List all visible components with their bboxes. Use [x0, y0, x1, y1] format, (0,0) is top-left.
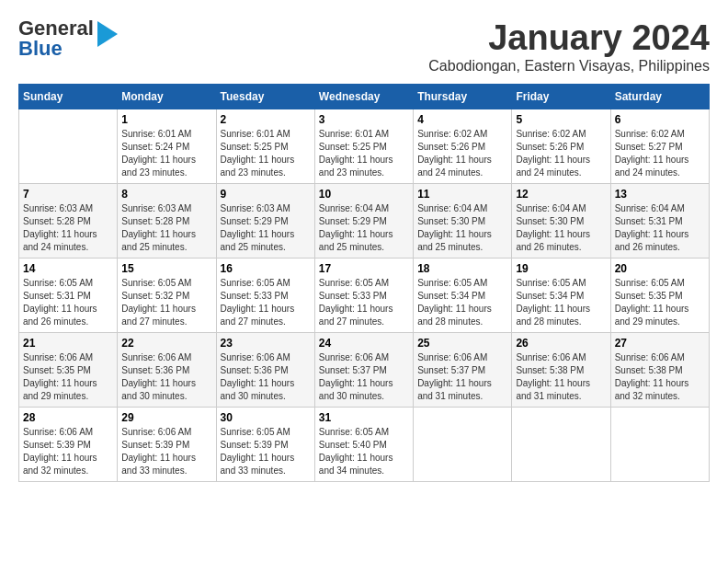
- calendar-cell: 9Sunrise: 6:03 AMSunset: 5:29 PMDaylight…: [216, 184, 314, 259]
- day-info: Sunrise: 6:05 AMSunset: 5:33 PMDaylight:…: [221, 277, 311, 328]
- calendar-cell: [610, 408, 709, 482]
- day-info: Sunrise: 6:06 AMSunset: 5:35 PMDaylight:…: [23, 351, 113, 403]
- day-number: 16: [221, 262, 311, 275]
- day-info: Sunrise: 6:04 AMSunset: 5:31 PMDaylight:…: [615, 202, 705, 254]
- day-info: Sunrise: 6:05 AMSunset: 5:39 PMDaylight:…: [221, 426, 311, 477]
- day-number: 12: [516, 188, 606, 201]
- calendar-cell: 27Sunrise: 6:06 AMSunset: 5:38 PMDayligh…: [610, 333, 709, 408]
- weekday-header-friday: Friday: [512, 85, 610, 109]
- month-title: January 2024: [428, 18, 710, 58]
- day-number: 5: [516, 113, 606, 126]
- day-info: Sunrise: 6:02 AMSunset: 5:26 PMDaylight:…: [516, 128, 606, 179]
- day-info: Sunrise: 6:01 AMSunset: 5:25 PMDaylight:…: [221, 128, 311, 179]
- weekday-header-sunday: Sunday: [19, 85, 118, 109]
- calendar-cell: 3Sunrise: 6:01 AMSunset: 5:25 PMDaylight…: [314, 109, 413, 184]
- day-info: Sunrise: 6:06 AMSunset: 5:39 PMDaylight:…: [23, 426, 113, 477]
- calendar-cell: 21Sunrise: 6:06 AMSunset: 5:35 PMDayligh…: [19, 333, 118, 408]
- day-number: 25: [417, 337, 507, 350]
- day-number: 9: [221, 188, 311, 201]
- day-info: Sunrise: 6:03 AMSunset: 5:29 PMDaylight:…: [221, 202, 311, 254]
- page-header: GeneralBlue January 2024 Cabodiongan, Ea…: [18, 18, 710, 75]
- day-number: 23: [221, 337, 311, 350]
- logo-text: GeneralBlue: [18, 18, 94, 59]
- day-info: Sunrise: 6:06 AMSunset: 5:37 PMDaylight:…: [417, 351, 507, 403]
- day-info: Sunrise: 6:04 AMSunset: 5:30 PMDaylight:…: [516, 202, 606, 254]
- day-number: 8: [121, 188, 211, 201]
- calendar-cell: 29Sunrise: 6:06 AMSunset: 5:39 PMDayligh…: [118, 408, 216, 482]
- day-info: Sunrise: 6:05 AMSunset: 5:31 PMDaylight:…: [23, 277, 113, 328]
- calendar-week-row: 21Sunrise: 6:06 AMSunset: 5:35 PMDayligh…: [19, 333, 710, 408]
- location-title: Cabodiongan, Eastern Visayas, Philippine…: [428, 58, 710, 75]
- day-info: Sunrise: 6:05 AMSunset: 5:35 PMDaylight:…: [615, 277, 705, 328]
- calendar-cell: [512, 408, 610, 482]
- calendar-cell: 20Sunrise: 6:05 AMSunset: 5:35 PMDayligh…: [610, 259, 709, 333]
- calendar-cell: 1Sunrise: 6:01 AMSunset: 5:24 PMDaylight…: [118, 109, 216, 184]
- calendar-cell: 13Sunrise: 6:04 AMSunset: 5:31 PMDayligh…: [610, 184, 709, 259]
- calendar-cell: 2Sunrise: 6:01 AMSunset: 5:25 PMDaylight…: [216, 109, 314, 184]
- day-info: Sunrise: 6:04 AMSunset: 5:30 PMDaylight:…: [417, 202, 507, 254]
- weekday-header-row: SundayMondayTuesdayWednesdayThursdayFrid…: [19, 85, 710, 109]
- calendar-cell: 11Sunrise: 6:04 AMSunset: 5:30 PMDayligh…: [414, 184, 512, 259]
- calendar-cell: 28Sunrise: 6:06 AMSunset: 5:39 PMDayligh…: [19, 408, 118, 482]
- day-number: 7: [23, 188, 113, 201]
- day-number: 26: [516, 337, 606, 350]
- title-block: January 2024 Cabodiongan, Eastern Visaya…: [428, 18, 710, 75]
- weekday-header-thursday: Thursday: [414, 85, 512, 109]
- day-info: Sunrise: 6:01 AMSunset: 5:24 PMDaylight:…: [121, 128, 211, 179]
- calendar-cell: 14Sunrise: 6:05 AMSunset: 5:31 PMDayligh…: [19, 259, 118, 333]
- day-info: Sunrise: 6:03 AMSunset: 5:28 PMDaylight:…: [121, 202, 211, 254]
- day-number: 14: [23, 262, 113, 275]
- calendar-cell: 17Sunrise: 6:05 AMSunset: 5:33 PMDayligh…: [314, 259, 413, 333]
- calendar-week-row: 28Sunrise: 6:06 AMSunset: 5:39 PMDayligh…: [19, 408, 710, 482]
- day-number: 6: [615, 113, 705, 126]
- day-info: Sunrise: 6:05 AMSunset: 5:40 PMDaylight:…: [319, 426, 409, 477]
- calendar-cell: 22Sunrise: 6:06 AMSunset: 5:36 PMDayligh…: [118, 333, 216, 408]
- day-number: 18: [417, 262, 507, 275]
- calendar-cell: 7Sunrise: 6:03 AMSunset: 5:28 PMDaylight…: [19, 184, 118, 259]
- day-info: Sunrise: 6:05 AMSunset: 5:32 PMDaylight:…: [121, 277, 211, 328]
- calendar-cell: 15Sunrise: 6:05 AMSunset: 5:32 PMDayligh…: [118, 259, 216, 333]
- day-number: 10: [319, 188, 409, 201]
- day-info: Sunrise: 6:06 AMSunset: 5:38 PMDaylight:…: [615, 351, 705, 403]
- day-info: Sunrise: 6:03 AMSunset: 5:28 PMDaylight:…: [23, 202, 113, 254]
- calendar-cell: 18Sunrise: 6:05 AMSunset: 5:34 PMDayligh…: [414, 259, 512, 333]
- day-number: 1: [121, 113, 211, 126]
- day-info: Sunrise: 6:05 AMSunset: 5:34 PMDaylight:…: [417, 277, 507, 328]
- calendar-cell: 31Sunrise: 6:05 AMSunset: 5:40 PMDayligh…: [314, 408, 413, 482]
- day-number: 3: [319, 113, 409, 126]
- day-info: Sunrise: 6:06 AMSunset: 5:36 PMDaylight:…: [121, 351, 211, 403]
- day-number: 24: [319, 337, 409, 350]
- calendar-week-row: 7Sunrise: 6:03 AMSunset: 5:28 PMDaylight…: [19, 184, 710, 259]
- calendar-cell: 30Sunrise: 6:05 AMSunset: 5:39 PMDayligh…: [216, 408, 314, 482]
- logo: GeneralBlue: [18, 18, 118, 59]
- calendar-cell: [19, 109, 118, 184]
- calendar-table: SundayMondayTuesdayWednesdayThursdayFrid…: [18, 84, 710, 482]
- day-info: Sunrise: 6:05 AMSunset: 5:34 PMDaylight:…: [516, 277, 606, 328]
- day-info: Sunrise: 6:06 AMSunset: 5:36 PMDaylight:…: [221, 351, 311, 403]
- logo-icon: [97, 21, 118, 47]
- day-info: Sunrise: 6:04 AMSunset: 5:29 PMDaylight:…: [319, 202, 409, 254]
- weekday-header-monday: Monday: [118, 85, 216, 109]
- calendar-cell: 25Sunrise: 6:06 AMSunset: 5:37 PMDayligh…: [414, 333, 512, 408]
- weekday-header-wednesday: Wednesday: [314, 85, 413, 109]
- day-info: Sunrise: 6:05 AMSunset: 5:33 PMDaylight:…: [319, 277, 409, 328]
- calendar-cell: 4Sunrise: 6:02 AMSunset: 5:26 PMDaylight…: [414, 109, 512, 184]
- day-number: 30: [221, 411, 311, 424]
- svg-marker-0: [97, 21, 118, 47]
- day-number: 19: [516, 262, 606, 275]
- day-number: 2: [221, 113, 311, 126]
- day-number: 21: [23, 337, 113, 350]
- weekday-header-saturday: Saturday: [610, 85, 709, 109]
- weekday-header-tuesday: Tuesday: [216, 85, 314, 109]
- day-number: 4: [417, 113, 507, 126]
- day-info: Sunrise: 6:06 AMSunset: 5:38 PMDaylight:…: [516, 351, 606, 403]
- calendar-cell: 23Sunrise: 6:06 AMSunset: 5:36 PMDayligh…: [216, 333, 314, 408]
- day-info: Sunrise: 6:02 AMSunset: 5:26 PMDaylight:…: [417, 128, 507, 179]
- calendar-cell: 16Sunrise: 6:05 AMSunset: 5:33 PMDayligh…: [216, 259, 314, 333]
- day-number: 27: [615, 337, 705, 350]
- day-number: 28: [23, 411, 113, 424]
- day-number: 17: [319, 262, 409, 275]
- day-number: 20: [615, 262, 705, 275]
- calendar-cell: 24Sunrise: 6:06 AMSunset: 5:37 PMDayligh…: [314, 333, 413, 408]
- calendar-cell: 12Sunrise: 6:04 AMSunset: 5:30 PMDayligh…: [512, 184, 610, 259]
